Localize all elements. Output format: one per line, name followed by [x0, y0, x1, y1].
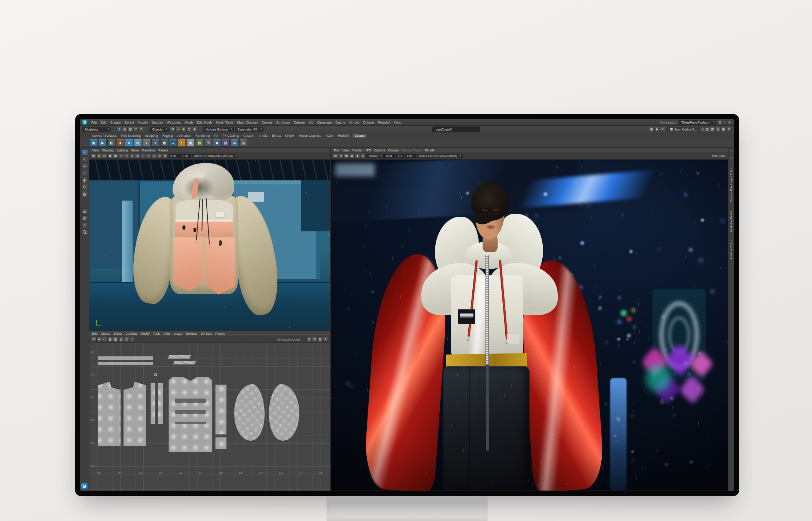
uv-texture-icon[interactable]: ▤	[118, 337, 124, 342]
lock-icon[interactable]: ⊙	[727, 120, 732, 125]
shelf-tab[interactable]: Animation	[175, 133, 193, 138]
uv-editor-canvas[interactable]: -0.6-0.4-0.20.00.20.40.60.81.01.21.41.6 …	[89, 343, 330, 491]
menu-item[interactable]: Mesh Display	[235, 120, 260, 124]
uv-shell-strip[interactable]	[151, 383, 155, 425]
lasso-tool[interactable]: ∾	[81, 163, 88, 169]
right-panel-tab[interactable]: Attribute Editor	[730, 237, 733, 262]
shelf-tab[interactable]: FX Caching	[221, 133, 241, 138]
vp-safe-action-icon[interactable]: ◻	[118, 154, 124, 159]
render-frame-icon[interactable]: ▣	[649, 127, 654, 132]
uv-menu[interactable]: Image	[172, 332, 184, 335]
uv-border-icon[interactable]: ▭	[102, 337, 107, 342]
menu-item[interactable]: Arnold	[347, 120, 361, 124]
octane-focus-pick-icon[interactable]: ◉	[349, 154, 355, 159]
shelf-volume-icon[interactable]: ▨	[222, 139, 230, 147]
menu-item[interactable]: File	[89, 120, 99, 124]
quick-rename-input[interactable]: coatCover3	[432, 126, 480, 132]
snap-curve-icon[interactable]: ∾	[176, 127, 181, 132]
menu-item[interactable]: Select	[122, 120, 136, 124]
octane-menu[interactable]: View	[341, 148, 351, 152]
sidebar-icon[interactable]	[729, 157, 733, 161]
vp-camera-icon[interactable]: ◧	[91, 154, 96, 159]
layout-two-pane-button[interactable]: ◫	[81, 215, 88, 221]
shelf-tab[interactable]: Bifrost	[270, 133, 283, 138]
octane-copy-image-icon[interactable]: ⊞	[338, 154, 344, 159]
new-scene-icon[interactable]: ▯	[117, 127, 122, 132]
vp-resolution-gate-icon[interactable]: ▣	[107, 154, 113, 159]
scale-tool[interactable]: ◱	[81, 191, 88, 197]
menu-item[interactable]: Deform	[292, 120, 307, 124]
menu-set-selector[interactable]: Modeling	[82, 127, 111, 132]
ipr-render-icon[interactable]: ▶	[654, 127, 660, 132]
uv-shell-hood-left[interactable]	[230, 382, 269, 442]
channelbox-toggle-icon[interactable]: ▤	[715, 127, 721, 132]
make-live-icon[interactable]: ◉	[192, 127, 198, 132]
octane-renderer-selector[interactable]: Octane	[366, 154, 384, 158]
octane-gamma-field[interactable]: 1.00	[405, 154, 416, 158]
shelf-render-icon[interactable]: ◉	[90, 139, 98, 147]
octane-pause-ipr-icon[interactable]: ▮	[355, 154, 360, 159]
save-scene-icon[interactable]: ▦	[128, 127, 133, 132]
viewport-exposure-field[interactable]: 0.00	[169, 154, 180, 158]
redo-icon[interactable]: ↷	[139, 127, 144, 132]
selection-mode-selector[interactable]: Objects	[150, 127, 169, 132]
viewport-menu[interactable]: Panels	[157, 148, 170, 152]
menu-item[interactable]: Windows	[165, 120, 183, 124]
paint-select-tool[interactable]: ≈	[81, 170, 88, 176]
menu-item[interactable]: Edit	[99, 120, 108, 124]
uv-shell-strap[interactable]	[173, 361, 196, 364]
shelf-tab[interactable]: Rigging	[160, 133, 175, 138]
octane-region-render-icon[interactable]: ◧	[344, 154, 349, 159]
uv-menu[interactable]: View	[162, 332, 172, 335]
octane-colorspace-selector[interactable]: ACES 1.0 SDR-video (sRGB)	[417, 154, 463, 158]
shelf-glossy-material-icon[interactable]: ●	[125, 139, 133, 147]
uv-shell-strip[interactable]	[98, 362, 153, 365]
uv-distortion-icon[interactable]: ▨	[113, 337, 118, 342]
shelf-specular-material-icon[interactable]: ◍	[134, 139, 142, 147]
octane-menu[interactable]: Options	[373, 148, 387, 152]
shelf-node-graph-icon[interactable]: ⊞	[204, 139, 212, 147]
vp-shadows-icon[interactable]: ◑	[146, 154, 151, 159]
menu-item[interactable]: Generate	[315, 120, 334, 124]
viewport-menu[interactable]: View	[91, 148, 100, 152]
uv-shell-strap[interactable]	[168, 355, 191, 359]
menu-item[interactable]: Display	[150, 120, 165, 124]
uv-menu[interactable]: Create	[99, 332, 112, 335]
shelf-tab[interactable]: Custom	[241, 133, 256, 138]
zoom-tool[interactable]	[81, 229, 88, 235]
menu-item[interactable]: Edit Mesh	[195, 120, 214, 124]
menu-item[interactable]: UV	[307, 120, 315, 124]
octane-exposure-field[interactable]: 0.00	[384, 154, 395, 158]
viewport-gamma-field[interactable]: 1.00	[180, 154, 191, 158]
layout-list-icon[interactable]: ≡	[722, 120, 727, 125]
select-tool[interactable]: ↖	[81, 149, 88, 155]
undo-icon[interactable]: ↶	[133, 127, 139, 132]
shelf-settings-icon[interactable]: ◎	[239, 139, 247, 147]
live-surface-selector[interactable]: No Live Surface	[203, 127, 234, 132]
viewport-menu[interactable]: Renderer	[141, 148, 157, 152]
shelf-tab[interactable]: MASH	[283, 133, 296, 138]
uv-shell-side-piece[interactable]	[215, 437, 226, 449]
attribute-toggle-icon[interactable]: ▦	[721, 127, 726, 132]
vp-textured-icon[interactable]: ◍	[135, 154, 140, 159]
move-tool[interactable]: ┼	[81, 177, 88, 183]
shelf-portal-icon[interactable]: ▦	[160, 139, 168, 147]
symmetry-selector[interactable]: Symmetry: Off	[235, 127, 263, 132]
render-settings-icon[interactable]: ≡	[660, 127, 665, 132]
select-tool[interactable]: ↖	[81, 156, 88, 162]
octane-save-image-icon[interactable]: ▤	[333, 154, 338, 159]
shelf-ipr-icon[interactable]: ▶	[99, 139, 107, 147]
vp-wireframe-icon[interactable]: ◇	[124, 154, 129, 159]
menu-item[interactable]: Curves	[260, 120, 274, 124]
shelf-tab[interactable]: XGen	[324, 133, 336, 138]
uv-pixel-snap-icon[interactable]: ◍	[306, 337, 312, 342]
uv-menu[interactable]: Edit	[91, 332, 99, 335]
menu-item[interactable]: Redshift	[376, 120, 392, 124]
shelf-proxy-icon[interactable]: ◆	[213, 139, 221, 147]
uv-shell-hood-right[interactable]	[265, 382, 304, 442]
uv-shell-vest-front-right[interactable]	[123, 382, 146, 447]
octane-menu[interactable]: IPR	[364, 148, 373, 152]
shelf-tab[interactable]: FX	[212, 133, 221, 138]
vp-grid-icon[interactable]: ⊞	[96, 154, 102, 159]
menu-item[interactable]: Help	[392, 120, 403, 124]
